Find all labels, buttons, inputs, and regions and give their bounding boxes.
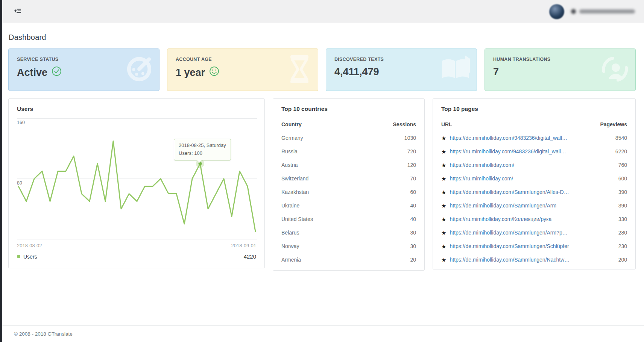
- country-sessions: 70: [410, 176, 416, 182]
- page-pageviews: 390: [618, 203, 627, 209]
- page-pageviews: 230: [618, 243, 627, 249]
- card-human-translations: HUMAN TRANSLATIONS 7: [485, 48, 636, 91]
- users-chart-svg: [17, 118, 257, 240]
- card-service-status: SERVICE STATUS Active: [8, 48, 159, 91]
- page-url-link[interactable]: https://de.mimiholliday.com/Sammlungen/N…: [450, 257, 570, 263]
- page-url-link[interactable]: https://ru.mimiholliday.com/9483236/digi…: [450, 148, 566, 154]
- card-account-age: ACCOUNT AGE 1 year: [167, 48, 318, 91]
- country-row: Switzerland 70: [281, 172, 416, 185]
- page-url-link[interactable]: https://de.mimiholliday.com/Sammlungen/A…: [450, 189, 569, 195]
- footer: © 2008 - 2018 GTranslate: [2, 325, 644, 342]
- country-name: Norway: [281, 243, 299, 249]
- users-chart-panel: Users 160 80 2018-08-25, Saturday Users:…: [8, 98, 265, 268]
- page-url-link[interactable]: https://de.mimiholliday.com/Sammlungen/A…: [450, 230, 567, 236]
- topbar: [2, 0, 644, 23]
- star-icon: ★: [441, 230, 446, 236]
- page-url-link[interactable]: https://de.mimiholliday.com/9483236/digi…: [450, 135, 567, 141]
- sidebar-toggle-button[interactable]: [12, 6, 23, 17]
- country-row: Austria 120: [281, 158, 416, 172]
- column-header-country: Country: [281, 121, 302, 127]
- country-name: Russia: [281, 148, 298, 154]
- country-sessions: 40: [410, 216, 416, 222]
- country-row: Kazakhstan 60: [281, 185, 416, 199]
- star-icon: ★: [441, 135, 446, 141]
- page-pageviews: 390: [618, 189, 627, 195]
- country-row: Norway 30: [281, 239, 416, 253]
- user-email-text-redacted: [579, 9, 635, 14]
- tooltip-date: 2018-08-25, Saturday: [179, 142, 226, 149]
- column-header-sessions: Sessions: [393, 121, 416, 127]
- page-row: ★ https://de.mimiholliday.com/Sammlungen…: [441, 185, 627, 199]
- star-icon: ★: [441, 189, 446, 195]
- page-row: ★ https://ru.mimiholliday.com/ 600: [441, 172, 627, 185]
- gauge-icon: [125, 55, 153, 85]
- countries-table-body: Germany 1030 Russia 720 Austria 120: [281, 131, 416, 266]
- page-pageviews: 600: [618, 176, 627, 182]
- stat-cards-row: SERVICE STATUS Active: [2, 44, 644, 91]
- page-url-link[interactable]: https://ru.mimiholliday.com/Коллекции/ру…: [450, 216, 551, 222]
- star-icon: ★: [441, 203, 446, 209]
- country-sessions: 1030: [404, 135, 416, 141]
- pages-table-body: ★ https://de.mimiholliday.com/9483236/di…: [441, 131, 627, 266]
- page-pageviews: 330: [618, 216, 627, 222]
- smiley-icon: [209, 66, 219, 79]
- y-tick-160: 160: [17, 120, 25, 125]
- page-pageviews: 6220: [615, 148, 627, 154]
- card-value: 1 year: [176, 67, 205, 79]
- card-value: 7: [493, 66, 499, 78]
- page-url-link[interactable]: https://de.mimiholliday.com/: [450, 162, 514, 168]
- page-row: ★ https://de.mimiholliday.com/Sammlungen…: [441, 226, 627, 239]
- country-sessions: 30: [410, 230, 416, 236]
- page-url-link[interactable]: https://ru.mimiholliday.com/: [450, 176, 513, 182]
- user-avatar[interactable]: [549, 4, 564, 19]
- hourglass-icon: [287, 55, 312, 85]
- country-name: Switzerland: [281, 176, 308, 182]
- country-name: Austria: [281, 162, 298, 168]
- copyright-text: © 2008 - 2018 GTranslate: [14, 331, 73, 337]
- outdent-arrow-icon: [14, 8, 21, 15]
- country-sessions: 20: [410, 257, 416, 263]
- star-icon: ★: [441, 244, 446, 249]
- users-chart[interactable]: 160 80 2018-08-25, Saturday Users: 100: [17, 118, 256, 240]
- person-sync-icon: [601, 55, 629, 85]
- country-sessions: 720: [407, 148, 416, 154]
- top-pages-title: Top 10 pages: [441, 106, 627, 112]
- star-icon: ★: [441, 216, 446, 222]
- users-chart-title: Users: [17, 106, 256, 112]
- page-url-link[interactable]: https://de.mimiholliday.com/Sammlungen/S…: [450, 243, 569, 249]
- legend-label: Users: [23, 254, 37, 260]
- country-row: Ukraine 40: [281, 199, 416, 212]
- page-row: ★ https://de.mimiholliday.com/9483236/di…: [441, 131, 627, 145]
- user-email-blurred[interactable]: [571, 9, 635, 14]
- page-row: ★ https://de.mimiholliday.com/Sammlungen…: [441, 239, 627, 253]
- pages-table-header: URL Pageviews: [441, 118, 627, 131]
- legend-dot-icon: [17, 255, 20, 258]
- country-name: United States: [281, 216, 313, 222]
- check-circle-icon: [52, 66, 62, 79]
- top-countries-panel: Top 10 countries Country Sessions German…: [273, 98, 425, 271]
- country-row: United States 40: [281, 212, 416, 226]
- user-presence-icon: [571, 9, 576, 14]
- page-title: Dashboard: [9, 33, 635, 42]
- country-row: Belarus 30: [281, 226, 416, 239]
- star-icon: ★: [441, 149, 446, 154]
- country-name: Ukraine: [281, 203, 299, 209]
- country-row: Russia 720: [281, 145, 416, 158]
- country-row: Armenia 20: [281, 253, 416, 266]
- page-url-link[interactable]: https://de.mimiholliday.com/Sammlungen/A…: [450, 203, 556, 209]
- countries-table-header: Country Sessions: [281, 118, 416, 131]
- star-icon: ★: [441, 176, 446, 182]
- country-name: Belarus: [281, 230, 299, 236]
- country-row: Germany 1030: [281, 131, 416, 145]
- top-pages-panel: Top 10 pages URL Pageviews ★ https://de.…: [433, 98, 636, 269]
- page-pageviews: 200: [618, 257, 627, 263]
- x-axis-end-label: 2018-09-01: [231, 243, 257, 248]
- top-countries-title: Top 10 countries: [281, 106, 416, 112]
- country-name: Armenia: [281, 257, 301, 263]
- y-tick-80: 80: [17, 180, 22, 186]
- card-value: Active: [17, 67, 47, 79]
- legend-item-users[interactable]: Users: [17, 254, 37, 260]
- card-value: 4,411,479: [334, 66, 379, 78]
- country-sessions: 120: [407, 162, 416, 168]
- country-sessions: 60: [410, 189, 416, 195]
